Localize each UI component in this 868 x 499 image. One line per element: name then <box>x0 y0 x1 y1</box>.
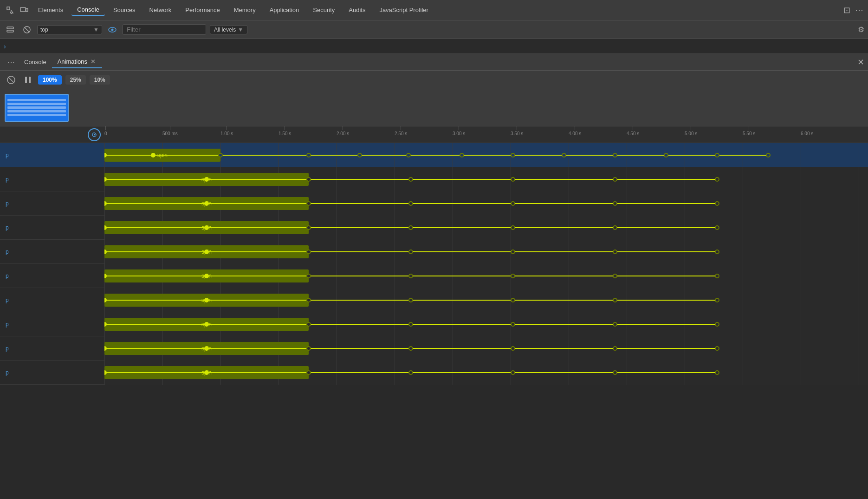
tab-animations-close[interactable]: ✕ <box>89 58 97 66</box>
context-selector[interactable]: top ▼ <box>37 25 102 34</box>
anim-dot[interactable] <box>204 201 209 206</box>
anim-dot[interactable] <box>766 153 771 158</box>
anim-dot[interactable] <box>715 346 719 351</box>
anim-dot[interactable] <box>204 250 209 254</box>
anim-dot[interactable] <box>613 177 617 182</box>
anim-dot[interactable] <box>306 225 311 230</box>
anim-dot[interactable] <box>511 298 515 302</box>
anim-dot[interactable] <box>613 201 617 206</box>
anim-dot[interactable] <box>613 225 617 230</box>
anim-dot[interactable] <box>613 274 617 278</box>
anim-dot[interactable] <box>408 370 413 375</box>
anim-row-track[interactable]: spin <box>104 312 868 336</box>
eye-icon[interactable] <box>106 23 119 36</box>
close-drawer-icon[interactable]: ✕ <box>857 57 864 67</box>
tab-sources[interactable]: Sources <box>108 5 141 15</box>
anim-dot[interactable] <box>406 153 411 158</box>
tab-audits[interactable]: Audits <box>343 5 371 15</box>
tab-elements[interactable]: Elements <box>32 5 69 15</box>
anim-row-track[interactable]: spin <box>104 240 868 264</box>
anim-dot[interactable] <box>306 322 311 327</box>
anim-dot[interactable] <box>306 177 311 182</box>
anim-dot[interactable] <box>715 201 719 206</box>
anim-dot[interactable] <box>204 177 209 182</box>
anim-dot[interactable] <box>562 153 566 158</box>
anim-row-track[interactable]: spin <box>104 361 868 385</box>
anim-dot[interactable] <box>204 298 209 302</box>
stop-animation-icon[interactable] <box>5 73 18 86</box>
drawer-toggle-icon[interactable] <box>4 23 17 36</box>
more-options-icon[interactable]: ⋯ <box>855 5 863 15</box>
anim-dot[interactable] <box>715 298 719 302</box>
anim-row-track[interactable]: spin <box>104 264 868 288</box>
anim-dot[interactable] <box>715 250 719 254</box>
more-tabs-icon[interactable]: ⋯ <box>4 56 19 68</box>
anim-row-track[interactable]: spin <box>104 143 868 167</box>
anim-dot[interactable] <box>204 346 209 351</box>
anim-dot[interactable] <box>408 177 413 182</box>
anim-dot[interactable] <box>306 346 311 351</box>
anim-dot[interactable] <box>613 370 617 375</box>
settings-icon[interactable]: ⚙ <box>858 25 864 34</box>
anim-dot[interactable] <box>408 201 413 206</box>
anim-dot[interactable] <box>151 153 155 158</box>
anim-dot[interactable] <box>306 370 311 375</box>
anim-dot[interactable] <box>357 153 362 158</box>
speed-10-button[interactable]: 10% <box>90 75 110 85</box>
anim-dot[interactable] <box>204 274 209 278</box>
anim-dot[interactable] <box>511 201 515 206</box>
tab-application[interactable]: Application <box>264 5 305 15</box>
pause-animation-icon[interactable] <box>21 73 34 86</box>
select-element-icon[interactable] <box>5 5 16 16</box>
levels-dropdown[interactable]: All levels ▼ <box>210 25 247 34</box>
anim-dot[interactable] <box>408 274 413 278</box>
speed-25-button[interactable]: 25% <box>65 75 86 85</box>
anim-dot[interactable] <box>613 346 617 351</box>
tab-performance[interactable]: Performance <box>180 5 225 15</box>
tab-animations-panel[interactable]: Animations ✕ <box>52 56 102 68</box>
remote-devices-icon[interactable]: ⊡ <box>843 5 850 15</box>
anim-dot[interactable] <box>511 322 515 327</box>
anim-dot[interactable] <box>408 346 413 351</box>
anim-dot[interactable] <box>664 153 668 158</box>
anim-dot[interactable] <box>511 274 515 278</box>
anim-dot[interactable] <box>408 298 413 302</box>
anim-dot[interactable] <box>204 370 209 375</box>
anim-dot[interactable] <box>613 153 617 158</box>
playhead-button[interactable] <box>88 128 101 141</box>
anim-dot[interactable] <box>511 153 515 158</box>
anim-row-track[interactable]: spin <box>104 191 868 216</box>
anim-dot[interactable] <box>715 177 719 182</box>
anim-dot[interactable] <box>306 274 311 278</box>
tab-memory[interactable]: Memory <box>228 5 261 15</box>
anim-dot[interactable] <box>204 322 209 327</box>
anim-dot[interactable] <box>306 153 311 158</box>
anim-dot[interactable] <box>715 370 719 375</box>
anim-dot[interactable] <box>408 322 413 327</box>
anim-dot[interactable] <box>715 274 719 278</box>
anim-dot[interactable] <box>204 225 209 230</box>
tab-network[interactable]: Network <box>144 5 177 15</box>
tab-js-profiler[interactable]: JavaScript Profiler <box>374 5 434 15</box>
tab-console-panel[interactable]: Console <box>19 57 52 67</box>
anim-dot[interactable] <box>306 201 311 206</box>
anim-dot[interactable] <box>613 250 617 254</box>
anim-dot[interactable] <box>511 370 515 375</box>
anim-dot[interactable] <box>511 177 515 182</box>
anim-dot[interactable] <box>511 250 515 254</box>
tab-console[interactable]: Console <box>71 4 105 16</box>
anim-dot[interactable] <box>511 346 515 351</box>
anim-dot[interactable] <box>408 225 413 230</box>
anim-dot[interactable] <box>613 298 617 302</box>
anim-dot[interactable] <box>460 153 464 158</box>
anim-dot[interactable] <box>715 322 719 327</box>
speed-100-button[interactable]: 100% <box>38 75 62 85</box>
anim-row-track[interactable]: spin <box>104 288 868 312</box>
anim-dot[interactable] <box>715 225 719 230</box>
anim-row-track[interactable]: spin <box>104 167 868 191</box>
clear-console-icon[interactable] <box>20 23 33 36</box>
anim-dot[interactable] <box>218 153 223 158</box>
filter-input[interactable] <box>123 24 206 35</box>
anim-dot[interactable] <box>408 250 413 254</box>
anim-row-track[interactable]: spin <box>104 216 868 240</box>
